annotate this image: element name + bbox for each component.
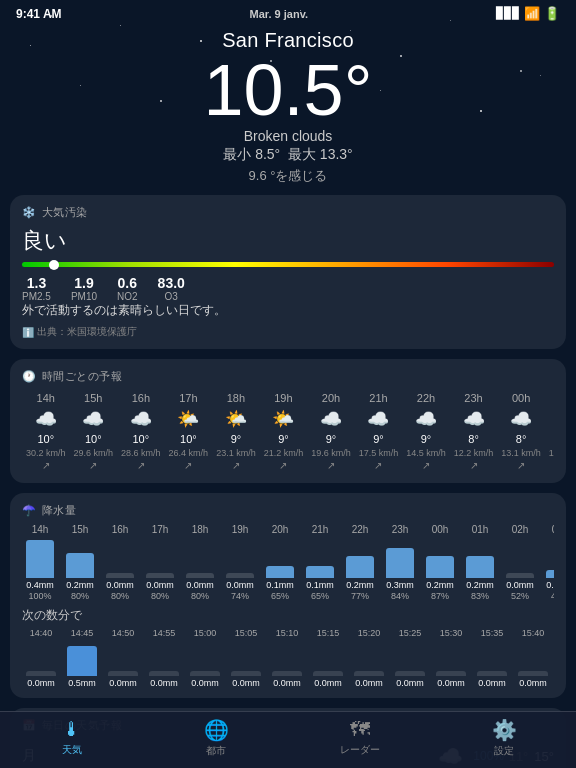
precip-bar (466, 556, 494, 578)
minute-time: 15:35 (481, 628, 504, 638)
hour-item: 21h ☁️ 9° 17.5 km/h ↗ (355, 390, 403, 473)
hour-icon: 🌤️ (272, 408, 294, 430)
precip-amount: 0.0mm (186, 580, 214, 590)
precip-hour-label: 02h (512, 524, 529, 535)
wifi-icon: 📶 (524, 6, 540, 21)
main-content[interactable]: ❄️ 大気汚染 良い 1.3PM2.51.9PM100.6NO283.0O3 外… (0, 195, 576, 768)
hour-label: 14h (37, 392, 55, 404)
minute-time: 14:40 (30, 628, 53, 638)
hour-arrow: ↗ (327, 460, 335, 471)
minute-bar-empty (436, 671, 466, 676)
precip-bar-container (26, 538, 54, 578)
hour-wind: 12.7 km/h (549, 448, 554, 458)
minute-bar-wrap (149, 641, 179, 676)
minute-item: 15:05 0.0mm (227, 628, 265, 688)
precip-pct: 65% (271, 591, 289, 601)
precip-bar-container (186, 538, 214, 578)
aq-label: PM2.5 (22, 291, 51, 302)
status-icons: ▊▊▊ 📶 🔋 (496, 6, 560, 21)
hour-item: 15h ☁️ 10° 29.6 km/h ↗ (70, 390, 118, 473)
precip-bar-container (466, 538, 494, 578)
aq-label: NO2 (117, 291, 138, 302)
precip-scroll[interactable]: 14h 0.4mm 100% 15h 0.2mm 80% 16h 0.0mm 8… (22, 524, 554, 601)
precip-hour-label: 16h (112, 524, 129, 535)
hour-arrow: ↗ (232, 460, 240, 471)
hour-arrow: ↗ (89, 460, 97, 471)
minute-row[interactable]: 14:40 0.0mm 14:45 0.5mm 14:50 0.0mm 14:5… (22, 628, 554, 688)
precip-pct: 80% (111, 591, 129, 601)
precip-bar-container (146, 538, 174, 578)
minute-item: 15:20 0.0mm (350, 628, 388, 688)
precip-pct: 87% (431, 591, 449, 601)
hour-item: 01h ☁️ 8° 12.7 km/h ↗ (545, 390, 554, 473)
minute-bar-wrap (354, 641, 384, 676)
tab-settings[interactable]: ⚙️ 設定 (432, 718, 576, 758)
hour-icon: ☁️ (130, 408, 152, 430)
hour-label: 00h (512, 392, 530, 404)
hour-label: 23h (464, 392, 482, 404)
hour-temp: 10° (85, 433, 102, 445)
aq-label: O3 (158, 291, 185, 302)
hour-label: 15h (84, 392, 102, 404)
hourly-row: 14h ☁️ 10° 30.2 km/h ↗ 15h ☁️ 10° 29.6 k… (22, 390, 554, 473)
precip-hour-label: 19h (232, 524, 249, 535)
precipitation-card: ☂️ 降水量 14h 0.4mm 100% 15h 0.2mm 80% 16h … (10, 493, 566, 698)
radar-tab-label: レーダー (340, 743, 380, 757)
hour-temp: 9° (421, 433, 432, 445)
hour-wind: 13.1 km/h (501, 448, 541, 458)
precip-hour-label: 17h (152, 524, 169, 535)
hour-item: 16h ☁️ 10° 28.6 km/h ↗ (117, 390, 165, 473)
aq-num: 0.6 (117, 275, 138, 291)
hour-icon: ☁️ (510, 408, 532, 430)
air-quality-icon: ❄️ (22, 206, 37, 219)
hour-label: 17h (179, 392, 197, 404)
hourly-forecast-card: 🕐 時間ごとの予報 14h ☁️ 10° 30.2 km/h ↗ 15h ☁️ … (10, 359, 566, 483)
minute-bar-wrap (26, 641, 56, 676)
minute-bar-wrap (67, 641, 97, 676)
status-bar: 9:41 AM Mar. 9 janv. ▊▊▊ 📶 🔋 (0, 0, 576, 25)
hour-arrow: ↗ (279, 460, 287, 471)
precip-pct: 44% (551, 591, 554, 601)
hour-arrow: ↗ (137, 460, 145, 471)
precip-amount: 0.2mm (466, 580, 494, 590)
minute-bar-wrap (518, 641, 548, 676)
minute-item: 15:25 0.0mm (391, 628, 429, 688)
precip-bar-container (546, 538, 554, 578)
precip-item: 14h 0.4mm 100% (22, 524, 58, 601)
minute-bar-empty (313, 671, 343, 676)
precip-bar-empty (186, 573, 214, 578)
tab-weather[interactable]: 🌡 天気 (0, 718, 144, 758)
minute-item: 15:35 0.0mm (473, 628, 511, 688)
precip-hour-label: 00h (432, 524, 449, 535)
precip-hour-label: 18h (192, 524, 209, 535)
tab-cities[interactable]: 🌐 都市 (144, 718, 288, 758)
minute-time: 14:55 (153, 628, 176, 638)
minute-amount: 0.0mm (355, 678, 383, 688)
precip-bar-empty (106, 573, 134, 578)
air-quality-bar (22, 262, 554, 267)
minute-amount: 0.0mm (232, 678, 260, 688)
hour-wind: 12.2 km/h (454, 448, 494, 458)
hour-arrow: ↗ (470, 460, 478, 471)
precip-amount: 0.0mm (226, 580, 254, 590)
hour-label: 22h (417, 392, 435, 404)
precip-hour-label: 20h (272, 524, 289, 535)
info-icon: ℹ️ (22, 327, 34, 338)
hourly-scroll[interactable]: 14h ☁️ 10° 30.2 km/h ↗ 15h ☁️ 10° 29.6 k… (22, 390, 554, 473)
precip-item: 03h 0.1mm 44% (542, 524, 554, 601)
minute-bar-empty (518, 671, 548, 676)
hour-item: 23h ☁️ 8° 12.2 km/h ↗ (450, 390, 498, 473)
precip-item: 17h 0.0mm 80% (142, 524, 178, 601)
cities-tab-label: 都市 (206, 744, 226, 758)
hour-arrow: ↗ (184, 460, 192, 471)
tab-radar[interactable]: 🗺 レーダー (288, 718, 432, 758)
precip-hour-label: 23h (392, 524, 409, 535)
weather-tab-label: 天気 (62, 743, 82, 757)
minute-item: 14:45 0.5mm (63, 628, 101, 688)
rain-icon: ☂️ (22, 504, 37, 517)
hour-label: 21h (369, 392, 387, 404)
hour-wind: 28.6 km/h (121, 448, 161, 458)
hour-wind: 17.5 km/h (359, 448, 399, 458)
minutes-label: 次の数分で (22, 607, 554, 624)
minute-bar-wrap (477, 641, 507, 676)
